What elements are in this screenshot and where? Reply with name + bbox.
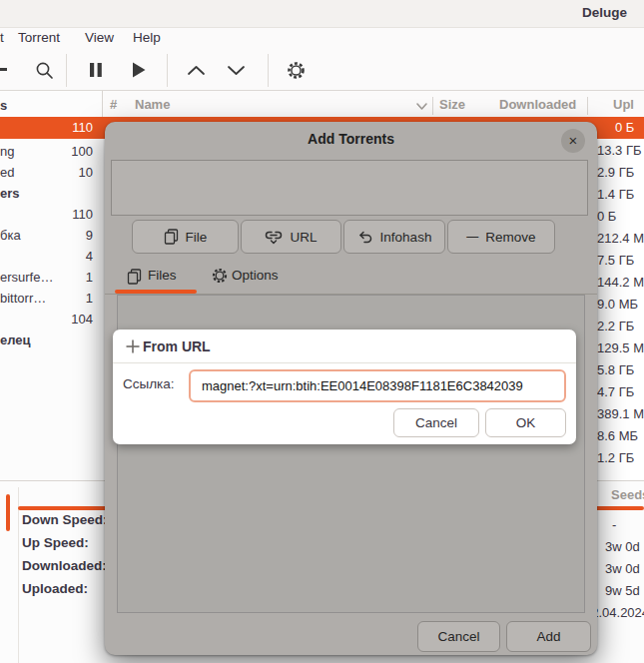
- file-icon: [164, 229, 179, 245]
- add-infohash-button[interactable]: Infohash: [343, 220, 445, 254]
- menu-view[interactable]: View: [85, 30, 114, 45]
- sort-chevron-icon: [415, 101, 428, 111]
- column-header-name[interactable]: Name: [135, 97, 170, 112]
- undo-arrow-icon: [357, 230, 373, 244]
- dialog-add-button[interactable]: Add: [506, 621, 591, 652]
- column-header-downloaded[interactable]: Downloaded: [499, 97, 576, 112]
- column-divider[interactable]: [587, 97, 588, 115]
- column-header-size[interactable]: Size: [439, 97, 465, 112]
- queue-up-icon[interactable]: [187, 64, 206, 77]
- from-url-divider: [113, 362, 576, 363]
- magnet-url-input[interactable]: magnet:?xt=urn:btih:EE0014E08398F1181E6C…: [189, 369, 566, 402]
- sidebar-section-trackers: ers: [0, 183, 102, 204]
- cropped-toolbar-icon[interactable]: [0, 68, 7, 71]
- status-value: -: [612, 514, 616, 536]
- sidebar-item-tracker[interactable]: 104: [0, 309, 102, 330]
- status-value: 9w 5d: [605, 580, 640, 602]
- sidebar-section-states: s: [0, 95, 102, 116]
- sidebar-item-all-selected[interactable]: 110: [0, 117, 102, 139]
- dialog-title: Add Torrents: [105, 131, 597, 147]
- tab-options[interactable]: Options: [232, 268, 279, 283]
- sidebar-item-tracker[interactable]: ersurfe…1: [0, 267, 102, 288]
- torrent-queue-listbox[interactable]: [111, 160, 588, 216]
- sidebar-item-paused[interactable]: ed10: [0, 162, 102, 183]
- sidebar-section-owner: елец: [0, 330, 102, 350]
- add-url-button[interactable]: URL: [241, 220, 341, 254]
- column-header-number[interactable]: #: [110, 97, 117, 112]
- status-value: 3w 0d: [605, 536, 640, 558]
- seeds-column-header[interactable]: Seeds: [611, 487, 644, 502]
- sidebar-item-seeding[interactable]: ng100: [0, 141, 102, 162]
- active-tab-underline: [115, 290, 197, 294]
- toolbar-separator: [66, 54, 67, 87]
- sidebar-item-tracker-all[interactable]: 110: [0, 204, 102, 225]
- link-icon: [265, 230, 283, 245]
- options-tab-gear-icon: [212, 268, 228, 284]
- plus-icon: [124, 337, 142, 355]
- remove-button[interactable]: — Remove: [447, 220, 555, 254]
- queue-down-icon[interactable]: [227, 64, 246, 77]
- column-divider[interactable]: [432, 97, 433, 115]
- status-value: 3w 0d: [605, 558, 640, 580]
- add-torrents-dialog: Add Torrents × File URL Infohash — Remov…: [105, 122, 597, 655]
- link-label: Ссылка:: [123, 376, 175, 391]
- menu-edit-partial[interactable]: t: [0, 30, 4, 45]
- deluge-window: Deluge t Torrent View Help s 110 ng100 e…: [0, 0, 644, 663]
- url-ok-button[interactable]: OK: [485, 408, 566, 437]
- sidebar-item-tracker-error[interactable]: бка9: [0, 225, 102, 246]
- from-url-title: From URL: [143, 338, 211, 354]
- sidebar-item-tracker[interactable]: bittorr…1: [0, 288, 102, 309]
- minus-icon: —: [466, 230, 478, 244]
- toolbar-separator: [268, 54, 269, 87]
- close-icon[interactable]: ×: [561, 129, 585, 153]
- files-tab-icon: [127, 269, 142, 285]
- tab-files[interactable]: Files: [148, 268, 177, 283]
- column-header-uploaded[interactable]: Upl: [613, 97, 634, 112]
- play-icon[interactable]: [131, 61, 147, 79]
- toolbar-separator: [167, 54, 168, 87]
- add-file-button[interactable]: File: [132, 220, 239, 254]
- pause-icon[interactable]: [89, 62, 103, 78]
- search-icon[interactable]: [35, 61, 54, 80]
- from-url-dialog: From URL Ссылка: magnet:?xt=urn:btih:EE0…: [113, 330, 576, 444]
- menu-torrent[interactable]: Torrent: [18, 30, 60, 45]
- preferences-gear-icon[interactable]: [287, 61, 306, 80]
- panel-edge: [18, 487, 19, 663]
- url-cancel-button[interactable]: Cancel: [393, 408, 479, 437]
- sidebar-item-tracker[interactable]: 4: [0, 246, 102, 267]
- titlebar[interactable]: [0, 0, 644, 28]
- window-title: Deluge: [582, 5, 627, 20]
- menu-help[interactable]: Help: [133, 30, 161, 45]
- active-tab-indicator: [6, 494, 10, 531]
- dialog-cancel-button[interactable]: Cancel: [417, 621, 500, 652]
